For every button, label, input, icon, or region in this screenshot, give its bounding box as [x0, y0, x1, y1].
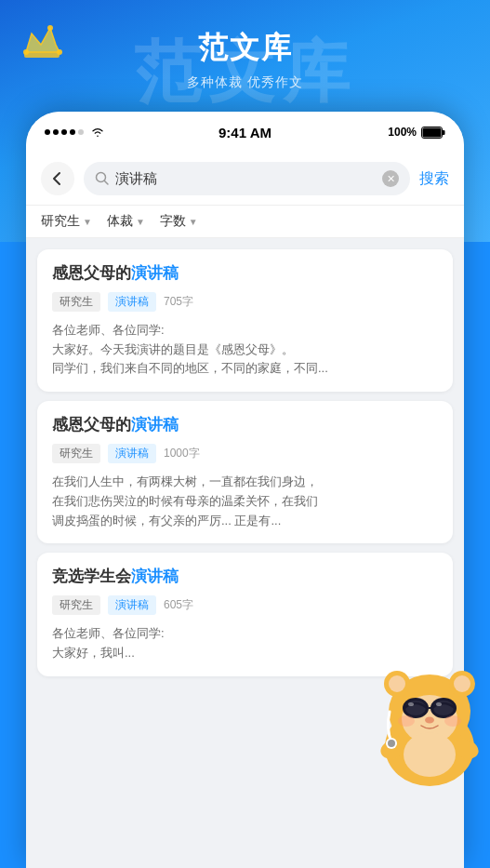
article-title-prefix-2: 感恩父母的 — [52, 416, 131, 434]
tag-genre-3: 演讲稿 — [108, 595, 156, 615]
search-input-text: 演讲稿 — [115, 170, 377, 188]
filter-genre-label: 体裁 — [107, 213, 133, 230]
filter-grade[interactable]: 研究生 ▼ — [41, 213, 92, 230]
search-box[interactable]: 演讲稿 ✕ — [84, 162, 410, 195]
filter-genre[interactable]: 体裁 ▼ — [107, 213, 145, 230]
filter-bar: 研究生 ▼ 体裁 ▼ 字数 ▼ — [26, 206, 464, 238]
article-title-3: 竞选学生会演讲稿 — [52, 566, 438, 588]
article-preview-3: 各位老师、各位同学:大家好，我叫... — [52, 624, 438, 663]
article-card-1[interactable]: 感恩父母的演讲稿 研究生 演讲稿 705字 各位老师、各位同学:大家好。今天我演… — [37, 249, 453, 392]
signal-dot-1 — [45, 129, 50, 135]
header-area: 范文库 多种体裁 优秀作文 — [0, 28, 490, 91]
article-title-highlight-3: 演讲稿 — [131, 568, 179, 585]
phone-frame: 9:41 AM 100% 演讲稿 ✕ 搜索 — [26, 112, 464, 868]
clear-button[interactable]: ✕ — [382, 170, 399, 187]
article-title-prefix-1: 感恩父母的 — [52, 264, 131, 282]
signal-dot-5 — [78, 129, 84, 135]
article-tags-1: 研究生 演讲稿 705字 — [52, 292, 438, 312]
svg-rect-7 — [443, 130, 445, 135]
app-title: 范文库 — [0, 28, 490, 69]
filter-wordcount[interactable]: 字数 ▼ — [160, 213, 198, 230]
article-tags-2: 研究生 演讲稿 1000字 — [52, 444, 438, 463]
status-right: 100% — [388, 126, 445, 139]
article-title-prefix-3: 竞选学生会 — [52, 568, 131, 585]
tag-wordcount-1: 705字 — [164, 294, 193, 310]
tag-grade-1: 研究生 — [52, 292, 100, 312]
filter-wordcount-label: 字数 — [160, 213, 186, 230]
tag-wordcount-2: 1000字 — [164, 446, 200, 461]
battery-icon — [421, 127, 445, 139]
tag-wordcount-3: 605字 — [164, 597, 193, 613]
article-tags-3: 研究生 演讲稿 605字 — [52, 595, 438, 615]
tag-genre-2: 演讲稿 — [108, 444, 156, 463]
back-button[interactable] — [41, 162, 74, 195]
back-icon — [49, 170, 66, 187]
article-card-2[interactable]: 感恩父母的演讲稿 研究生 演讲稿 1000字 在我们人生中，有两棵大树，一直都在… — [37, 401, 453, 543]
status-time: 9:41 AM — [219, 125, 271, 140]
filter-genre-arrow: ▼ — [136, 217, 145, 227]
status-bar: 9:41 AM 100% — [26, 112, 464, 153]
article-title-1: 感恩父母的演讲稿 — [52, 262, 438, 285]
signal-dot-4 — [70, 129, 75, 135]
tag-genre-1: 演讲稿 — [108, 292, 156, 312]
article-title-2: 感恩父母的演讲稿 — [52, 414, 438, 436]
signal-dot-3 — [61, 129, 67, 135]
tag-grade-3: 研究生 — [52, 595, 100, 615]
filter-grade-arrow: ▼ — [83, 217, 92, 227]
article-card-3[interactable]: 竞选学生会演讲稿 研究生 演讲稿 605字 各位老师、各位同学:大家好，我叫..… — [37, 553, 453, 675]
content-area: 感恩父母的演讲稿 研究生 演讲稿 705字 各位老师、各位同学:大家好。今天我演… — [26, 238, 464, 864]
article-title-highlight-1: 演讲稿 — [131, 264, 179, 282]
article-preview-1: 各位老师、各位同学:大家好。今天我演讲的题目是《感恩父母》。同学们，我们来自不同… — [52, 321, 438, 379]
filter-wordcount-arrow: ▼ — [189, 217, 198, 227]
article-title-highlight-2: 演讲稿 — [131, 416, 179, 434]
svg-line-9 — [105, 181, 109, 185]
signal-dots — [45, 127, 105, 138]
search-button[interactable]: 搜索 — [419, 169, 449, 189]
wifi-icon — [90, 127, 105, 138]
signal-dot-2 — [53, 129, 59, 135]
battery-percent: 100% — [388, 126, 417, 139]
search-icon — [95, 171, 110, 186]
article-preview-2: 在我们人生中，有两棵大树，一直都在我们身边，在我们悲伤哭泣的时候有母亲的温柔关怀… — [52, 473, 438, 530]
tag-grade-2: 研究生 — [52, 444, 100, 463]
search-area: 演讲稿 ✕ 搜索 — [26, 153, 464, 206]
filter-grade-label: 研究生 — [41, 213, 80, 230]
app-subtitle: 多种体裁 优秀作文 — [0, 74, 490, 91]
svg-rect-6 — [423, 127, 442, 137]
